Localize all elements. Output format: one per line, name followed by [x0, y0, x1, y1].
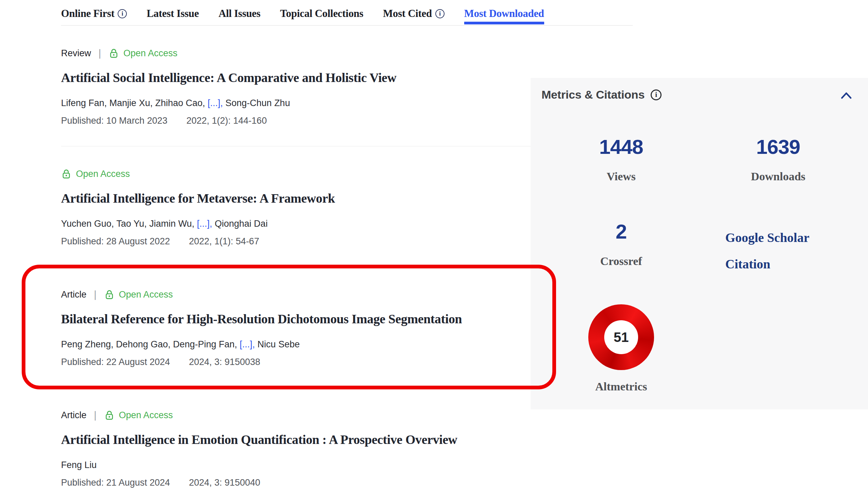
published-date: Published: 22 August 2024	[61, 357, 170, 367]
article-meta-row: Review | Open Access	[61, 47, 532, 59]
open-access-badge: Open Access	[119, 289, 173, 300]
article-type-badge: Review	[61, 48, 91, 59]
tab-latest-issue[interactable]: Latest Issue	[146, 7, 199, 20]
volume-issue-pages: 2024, 3: 9150038	[189, 357, 260, 367]
views-count: 1448	[544, 135, 698, 159]
authors-text: Song-Chun Zhu	[223, 98, 290, 108]
tab-online-first-label: Online First	[61, 7, 114, 20]
meta-separator: |	[94, 410, 97, 421]
authors-ellipsis-link[interactable]: [...],	[208, 98, 223, 108]
article-card: Review | Open Access Artificial Social I…	[61, 47, 532, 146]
published-date: Published: 10 March 2023	[61, 116, 167, 126]
crossref-count: 2	[544, 220, 698, 244]
tab-topical-collections[interactable]: Topical Collections	[280, 7, 363, 20]
article-published-row: Published: 22 August 20242024, 3: 915003…	[61, 357, 532, 367]
crossref-label: Crossref	[544, 255, 698, 268]
altmetrics-label: Altmetrics	[544, 380, 698, 393]
open-lock-icon	[61, 169, 72, 179]
authors-text: Nicu Sebe	[255, 339, 300, 349]
authors-ellipsis-link[interactable]: [...],	[240, 339, 255, 349]
metrics-citations-panel: Metrics & Citations i 1448 Views 1639 Do…	[531, 78, 868, 409]
altmetrics-stat: 51 Altmetrics	[544, 304, 698, 393]
article-meta-row: Open Access	[61, 168, 532, 180]
downloads-count: 1639	[700, 135, 856, 159]
article-title-link[interactable]: Artificial Intelligence in Emotion Quant…	[61, 431, 457, 448]
downloads-stat: 1639 Downloads	[700, 135, 856, 183]
article-meta-row: Article | Open Access	[61, 409, 532, 421]
tab-all-issues[interactable]: All Issues	[218, 7, 260, 20]
info-icon[interactable]: i	[435, 9, 445, 18]
tab-topical-collections-label: Topical Collections	[280, 7, 363, 20]
meta-separator: |	[99, 48, 101, 59]
article-published-row: Published: 21 August 20242024, 3: 915004…	[61, 477, 532, 488]
article-type-badge: Article	[61, 289, 86, 300]
authors-text: Feng Liu	[61, 460, 97, 470]
chevron-up-icon[interactable]	[840, 92, 852, 100]
authors-text: Peng Zheng, Dehong Gao, Deng-Ping Fan,	[61, 339, 240, 349]
views-stat: 1448 Views	[544, 135, 698, 183]
crossref-stat: 2 Crossref	[544, 220, 698, 268]
volume-issue-pages: 2022, 1(1): 54-67	[189, 236, 259, 246]
article-card: Article | Open Access Bilateral Referenc…	[61, 288, 532, 388]
volume-issue-pages: 2024, 3: 9150040	[189, 477, 260, 488]
tab-all-issues-label: All Issues	[218, 7, 260, 20]
metrics-panel-title: Metrics & Citations	[541, 88, 645, 101]
info-icon[interactable]: i	[651, 89, 662, 100]
tab-most-downloaded-label: Most Downloaded	[464, 7, 544, 20]
altmetric-score: 51	[604, 320, 638, 354]
article-meta-row: Article | Open Access	[61, 288, 532, 301]
article-card: Open Access Artificial Intelligence for …	[61, 168, 532, 267]
article-authors: Lifeng Fan, Manjie Xu, Zhihao Cao, [...]…	[61, 98, 532, 108]
article-list: Review | Open Access Artificial Social I…	[61, 47, 532, 488]
views-label: Views	[544, 170, 698, 183]
altmetric-donut-badge[interactable]: 51	[588, 304, 654, 370]
authors-ellipsis-link[interactable]: [...],	[197, 219, 212, 229]
tab-most-cited[interactable]: Most Cited i	[383, 7, 445, 20]
info-icon[interactable]: i	[118, 9, 127, 18]
open-lock-icon	[104, 289, 115, 300]
tab-most-cited-label: Most Cited	[383, 7, 432, 20]
article-title-link[interactable]: Artificial Intelligence for Metaverse: A…	[61, 190, 335, 206]
google-scholar-citation-link[interactable]: Google Scholar Citation	[725, 224, 851, 277]
published-date: Published: 28 August 2022	[61, 236, 170, 246]
article-authors: Peng Zheng, Dehong Gao, Deng-Ping Fan, […	[61, 339, 532, 350]
authors-text: Lifeng Fan, Manjie Xu, Zhihao Cao,	[61, 98, 208, 108]
published-date: Published: 21 August 2024	[61, 477, 170, 488]
volume-issue-pages: 2022, 1(2): 144-160	[186, 116, 267, 126]
open-lock-icon	[108, 48, 119, 59]
metrics-panel-header: Metrics & Citations i	[541, 88, 662, 101]
open-access-badge: Open Access	[119, 410, 173, 421]
journal-most-downloaded-page: Online First i Latest Issue All Issues T…	[0, 0, 868, 488]
article-card: Article | Open Access Artificial Intelli…	[61, 409, 532, 488]
meta-separator: |	[94, 289, 97, 300]
authors-text: Yuchen Guo, Tao Yu, Jiamin Wu,	[61, 219, 197, 229]
issue-tab-bar: Online First i Latest Issue All Issues T…	[61, 7, 633, 26]
tab-most-downloaded[interactable]: Most Downloaded	[464, 7, 544, 20]
article-authors: Yuchen Guo, Tao Yu, Jiamin Wu, [...], Qi…	[61, 218, 532, 229]
open-access-badge: Open Access	[76, 169, 130, 179]
tab-online-first[interactable]: Online First i	[61, 7, 127, 20]
article-authors: Feng Liu	[61, 460, 532, 470]
article-published-row: Published: 28 August 20222022, 1(1): 54-…	[61, 236, 532, 247]
article-published-row: Published: 10 March 20232022, 1(2): 144-…	[61, 115, 532, 126]
article-title-link[interactable]: Artificial Social Intelligence: A Compar…	[61, 69, 396, 86]
article-title-link[interactable]: Bilateral Reference for High-Resolution …	[61, 311, 462, 327]
open-lock-icon	[104, 410, 115, 421]
tab-latest-issue-label: Latest Issue	[146, 7, 199, 20]
downloads-label: Downloads	[700, 170, 856, 183]
open-access-badge: Open Access	[123, 48, 177, 59]
authors-text: Qionghai Dai	[212, 219, 268, 229]
article-type-badge: Article	[61, 410, 86, 421]
